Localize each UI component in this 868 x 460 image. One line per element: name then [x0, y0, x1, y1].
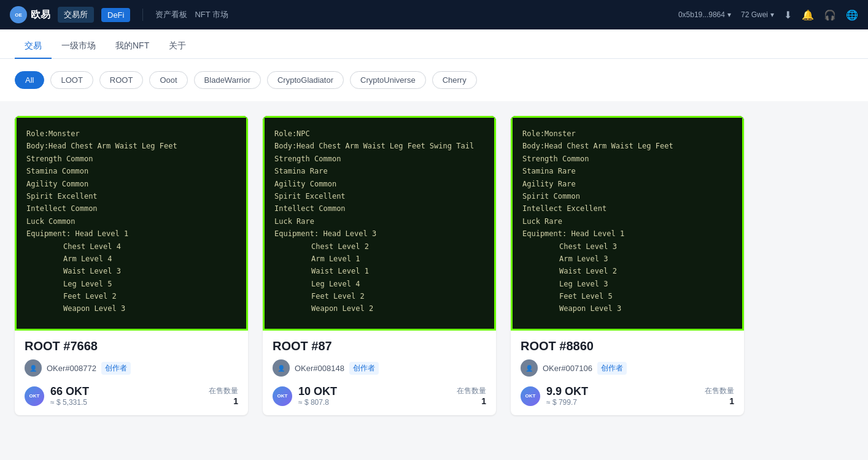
top-navigation: OE 欧易 交易所 DeFi 资产看板 NFT 市场 0x5b19...9864…: [0, 0, 868, 29]
nft-creator-3: 👤 OKer#007106 创作者: [521, 359, 734, 377]
filter-bladewarrior[interactable]: BladeWarrior: [194, 71, 261, 89]
nft-image-2: Role:NPC Body:Head Chest Arm Waist Leg F…: [263, 116, 496, 331]
nft-creator-1: 👤 OKer#008772 创作者: [25, 359, 238, 377]
creator-name-2: OKer#008148: [295, 364, 344, 373]
price-right-2: 在售数量 1: [457, 386, 486, 406]
token-icon-2: OKT: [273, 386, 292, 406]
tab-primary-market[interactable]: 一级市场: [52, 33, 106, 59]
defi-button[interactable]: DeFi: [101, 8, 130, 22]
price-main-2: 10 OKT: [298, 385, 337, 398]
qty-label-3: 在售数量: [705, 386, 734, 396]
qty-label-2: 在售数量: [457, 386, 486, 396]
nft-price-row-1: OKT 66 OKT ≈ $ 5,331.5 在售数量 1: [25, 385, 238, 407]
creator-name-3: OKer#007106: [543, 364, 592, 373]
price-left-1: OKT 66 OKT ≈ $ 5,331.5: [25, 385, 89, 407]
nft-price-row-2: OKT 10 OKT ≈ $ 807.8 在售数量 1: [273, 385, 486, 407]
nft-image-3: Role:Monster Body:Head Chest Arm Waist L…: [511, 116, 744, 331]
qty-value-2: 1: [457, 396, 486, 406]
exchange-button[interactable]: 交易所: [58, 7, 94, 23]
qty-value-1: 1: [209, 396, 238, 406]
nft-grid: Role:Monster Body:Head Chest Arm Waist L…: [0, 101, 868, 430]
price-usd-1: ≈ $ 5,331.5: [50, 398, 89, 407]
filter-cherry[interactable]: Cherry: [432, 71, 477, 89]
headphone-icon[interactable]: 🎧: [824, 9, 836, 21]
logo-text: 欧易: [31, 9, 50, 21]
nav-right: 0x5b19...9864 ▾ 72 Gwei ▾ ⬇ 🔔 🎧 🌐: [678, 9, 858, 21]
nft-card-3[interactable]: Role:Monster Body:Head Chest Arm Waist L…: [511, 116, 744, 415]
creator-avatar-1: 👤: [25, 359, 42, 377]
nft-info-1: ROOT #7668 👤 OKer#008772 创作者 OKT 66 OKT …: [15, 331, 248, 415]
nft-card-1[interactable]: Role:Monster Body:Head Chest Arm Waist L…: [15, 116, 248, 415]
filter-ooot[interactable]: Ooot: [149, 71, 187, 89]
price-left-2: OKT 10 OKT ≈ $ 807.8: [273, 385, 337, 407]
nft-creator-2: 👤 OKer#008148 创作者: [273, 359, 486, 377]
filter-all[interactable]: All: [15, 71, 44, 89]
qty-label-1: 在售数量: [209, 386, 238, 396]
tab-trade[interactable]: 交易: [15, 33, 52, 59]
creator-name-1: OKer#008772: [47, 364, 96, 373]
price-usd-3: ≈ $ 799.7: [546, 398, 588, 407]
creator-badge-2: 创作者: [349, 362, 379, 375]
creator-avatar-3: 👤: [521, 359, 538, 377]
nav-left: OE 欧易 交易所 DeFi 资产看板 NFT 市场: [10, 6, 228, 23]
price-main-3: 9.9 OKT: [546, 385, 588, 398]
price-left-3: OKT 9.9 OKT ≈ $ 799.7: [521, 385, 588, 407]
nft-title-2: ROOT #87: [273, 339, 486, 353]
creator-avatar-2: 👤: [273, 359, 290, 377]
download-icon[interactable]: ⬇: [784, 9, 792, 21]
token-icon-1: OKT: [25, 386, 44, 406]
price-right-3: 在售数量 1: [705, 386, 734, 406]
price-info-1: 66 OKT ≈ $ 5,331.5: [50, 385, 89, 407]
nft-title-3: ROOT #8860: [521, 339, 734, 353]
assets-dashboard-link[interactable]: 资产看板: [155, 9, 187, 20]
token-icon-3: OKT: [521, 386, 540, 406]
creator-badge-1: 创作者: [101, 362, 131, 375]
nft-image-1: Role:Monster Body:Head Chest Arm Waist L…: [15, 116, 248, 331]
bell-icon[interactable]: 🔔: [802, 9, 814, 21]
price-right-1: 在售数量 1: [209, 386, 238, 406]
tab-about[interactable]: 关于: [159, 33, 196, 59]
filter-bar: All LOOT ROOT Ooot BladeWarrior CryptoGl…: [0, 59, 868, 101]
nft-price-row-3: OKT 9.9 OKT ≈ $ 799.7 在售数量 1: [521, 385, 734, 407]
nft-title-1: ROOT #7668: [25, 339, 238, 353]
price-main-1: 66 OKT: [50, 385, 89, 398]
filter-cryptouniverse[interactable]: CryptoUniverse: [350, 71, 426, 89]
filter-cryptogladiator[interactable]: CryptoGladiator: [267, 71, 344, 89]
qty-value-3: 1: [705, 396, 734, 406]
secondary-navigation: 交易 一级市场 我的NFT 关于: [0, 29, 868, 59]
nft-info-2: ROOT #87 👤 OKer#008148 创作者 OKT 10 OKT ≈ …: [263, 331, 496, 415]
filter-root[interactable]: ROOT: [99, 71, 144, 89]
nft-market-link[interactable]: NFT 市场: [195, 9, 228, 20]
creator-badge-3: 创作者: [597, 362, 627, 375]
filter-loot[interactable]: LOOT: [50, 71, 93, 89]
logo-icon: OE: [10, 6, 27, 23]
nft-info-3: ROOT #8860 👤 OKer#007106 创作者 OKT 9.9 OKT…: [511, 331, 744, 415]
wallet-address[interactable]: 0x5b19...9864 ▾: [678, 10, 731, 19]
price-info-3: 9.9 OKT ≈ $ 799.7: [546, 385, 588, 407]
price-info-2: 10 OKT ≈ $ 807.8: [298, 385, 337, 407]
nft-card-2[interactable]: Role:NPC Body:Head Chest Arm Waist Leg F…: [263, 116, 496, 415]
nav-divider: [142, 9, 143, 21]
logo: OE 欧易: [10, 6, 50, 23]
gas-price[interactable]: 72 Gwei ▾: [741, 10, 774, 19]
globe-icon[interactable]: 🌐: [846, 9, 858, 21]
price-usd-2: ≈ $ 807.8: [298, 398, 337, 407]
tab-my-nft[interactable]: 我的NFT: [106, 33, 159, 59]
